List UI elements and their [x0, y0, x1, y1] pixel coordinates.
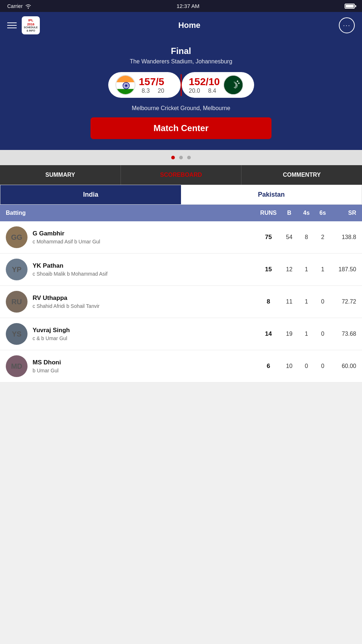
score-card: 157/5 8.3 20 152/10 20.0 8.4 [7, 72, 355, 98]
player-stats: 8 11 1 0 72.72 [257, 298, 356, 305]
stat-sixes: 0 [315, 363, 331, 369]
avatar: GG [6, 226, 28, 248]
avatar: MD [6, 355, 28, 377]
stat-runs: 75 [257, 234, 280, 241]
more-options-button[interactable]: ··· [339, 17, 355, 33]
stat-balls: 10 [280, 363, 298, 369]
status-left: Carrier [7, 3, 31, 9]
stat-balls: 12 [280, 266, 298, 273]
player-info: RV Uthappa c Shahid Afridi b Sohail Tanv… [33, 294, 257, 309]
stat-sr: 60.00 [331, 363, 356, 369]
battery-icon [345, 4, 355, 9]
player-info: MS Dhoni b Umar Gul [33, 359, 257, 373]
player-dismissal: c Shahid Afridi b Sohail Tanvir [33, 303, 257, 309]
carousel-dots [0, 150, 362, 165]
avatar: YP [6, 259, 28, 280]
player-stats: 6 10 0 0 60.00 [257, 363, 356, 370]
player-dismissal: c Shoaib Malik b Mohammad Asif [33, 271, 257, 277]
carousel-dot-2[interactable] [187, 156, 191, 159]
wifi-icon [25, 4, 31, 9]
player-info: G Gambhir c Mohammad Asif b Umar Gul [33, 230, 257, 244]
player-name: Yuvraj Singh [33, 327, 257, 334]
player-stats: 15 12 1 1 187.50 [257, 266, 356, 273]
player-dismissal: c Mohammad Asif b Umar Gul [33, 239, 257, 244]
team-tab-india[interactable]: India [0, 185, 181, 204]
carousel-dot-1[interactable] [179, 156, 183, 159]
batting-table-header: Batting RUNS B 4s 6s SR [0, 205, 362, 221]
nav-title: Home [178, 21, 200, 30]
india-overs-val: 20 [158, 88, 164, 94]
svg-point-13 [224, 76, 243, 95]
pakistan-overs: 20.0 8.4 [189, 88, 220, 94]
table-row: YP YK Pathan c Shoaib Malik b Mohammad A… [0, 254, 362, 286]
player-name: YK Pathan [33, 262, 257, 269]
more-dots-icon: ··· [343, 22, 350, 29]
table-row: GG G Gambhir c Mohammad Asif b Umar Gul … [0, 221, 362, 254]
svg-rect-2 [116, 89, 135, 95]
india-flag-svg [116, 76, 135, 95]
player-info: YK Pathan c Shoaib Malik b Mohammad Asif [33, 262, 257, 277]
india-flag [115, 75, 135, 95]
team-tabs: India Pakistan [0, 185, 362, 205]
tab-commentary[interactable]: COMMENTRY [241, 165, 362, 185]
stat-fours: 8 [298, 234, 315, 241]
stat-fours: 0 [298, 363, 315, 369]
stat-runs: 8 [257, 298, 280, 305]
col-header-batting: Batting [6, 210, 257, 216]
stat-sixes: 0 [315, 298, 331, 305]
table-row: RU RV Uthappa c Shahid Afridi b Sohail T… [0, 286, 362, 318]
svg-text:✦: ✦ [237, 81, 240, 85]
stat-fours: 1 [298, 266, 315, 273]
stat-runs: 6 [257, 363, 280, 370]
hero-section: Final The Wanderers Stadium, Johannesbur… [0, 39, 362, 150]
stat-sr: 138.8 [331, 234, 356, 241]
stat-runs: 15 [257, 266, 280, 273]
pakistan-runs: 152/10 [189, 76, 220, 88]
col-header-sr: SR [331, 210, 356, 216]
stat-sr: 73.68 [331, 331, 356, 337]
tab-scoreboard[interactable]: SCOREBOARD [121, 165, 242, 185]
stat-sr: 187.50 [331, 266, 356, 273]
nav-logo: IPL 2016 SCHEDULE & INFO [22, 16, 40, 34]
india-score-block-text: 157/5 8.3 20 [139, 76, 164, 94]
table-row: YS Yuvraj Singh c & b Umar Gul 14 19 1 0… [0, 318, 362, 350]
india-rr: 8.3 [142, 88, 150, 94]
pakistan-overs-val: 20.0 [189, 88, 200, 94]
col-header-b: B [280, 210, 298, 216]
carousel-dot-active[interactable] [171, 156, 175, 159]
status-time: 12:37 AM [177, 3, 199, 9]
main-tabs: SUMMARY SCOREBOARD COMMENTRY [0, 165, 362, 185]
table-row: MD MS Dhoni b Umar Gul 6 10 0 0 60.00 [0, 350, 362, 382]
avatar: YS [6, 323, 28, 345]
match-venue-1: The Wanderers Stadium, Johannesburg [7, 58, 355, 65]
pakistan-score-block: 152/10 20.0 8.4 ☽ ✦ [182, 72, 254, 98]
player-list: GG G Gambhir c Mohammad Asif b Umar Gul … [0, 221, 362, 382]
pakistan-rr: 8.4 [208, 88, 216, 94]
pakistan-flag-svg: ☽ ✦ [224, 76, 243, 95]
stat-fours: 1 [298, 331, 315, 337]
player-dismissal: c & b Umar Gul [33, 335, 257, 341]
tab-summary[interactable]: SUMMARY [0, 165, 121, 185]
status-right [345, 4, 355, 9]
match-center-button[interactable]: Match Center [90, 117, 272, 139]
india-runs: 157/5 [139, 76, 164, 88]
col-header-6s: 6s [315, 210, 331, 216]
svg-rect-0 [116, 76, 135, 82]
status-bar: Carrier 12:37 AM [0, 0, 362, 12]
stat-balls: 54 [280, 234, 298, 241]
match-type: Final [7, 46, 355, 56]
india-score-block: 157/5 8.3 20 [108, 72, 181, 98]
stat-runs: 14 [257, 330, 280, 338]
player-name: MS Dhoni [33, 359, 257, 366]
svg-text:☽: ☽ [232, 82, 238, 90]
player-info: Yuvraj Singh c & b Umar Gul [33, 327, 257, 341]
stat-sr: 72.72 [331, 298, 356, 305]
player-name: RV Uthappa [33, 294, 257, 302]
team-tab-pakistan[interactable]: Pakistan [181, 185, 362, 204]
nav-bar: IPL 2016 SCHEDULE & INFO Home ··· [0, 12, 362, 39]
carrier-text: Carrier [7, 3, 23, 9]
stat-balls: 19 [280, 331, 298, 337]
pakistan-score-block-text: 152/10 20.0 8.4 [189, 76, 220, 94]
hamburger-menu[interactable] [7, 22, 17, 28]
col-header-runs: RUNS [257, 210, 280, 216]
